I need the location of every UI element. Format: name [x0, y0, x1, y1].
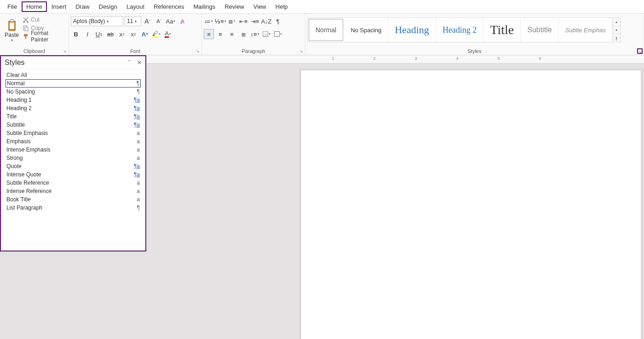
tab-mailings[interactable]: Mailings: [189, 1, 220, 12]
pane-options-button[interactable]: ˅: [128, 59, 131, 66]
shrink-font-button[interactable]: A˅: [154, 16, 164, 26]
change-case-button[interactable]: Aa▾: [166, 16, 176, 26]
increase-indent-button[interactable]: ⇥≡: [250, 16, 260, 26]
tab-draw[interactable]: Draw: [71, 1, 94, 12]
style-name-label: Subtle Emphasis: [6, 130, 48, 136]
svg-point-3: [23, 21, 25, 23]
paragraph-mark-icon: ¶: [132, 88, 140, 95]
highlight-button[interactable]: 🖊▾: [151, 29, 161, 39]
font-launcher[interactable]: ↘: [195, 48, 201, 54]
align-left-button[interactable]: ≡: [204, 29, 214, 39]
style-swatch-subtitle[interactable]: Subtitle: [521, 18, 558, 42]
style-row-subtitle[interactable]: Subtitle¶a: [6, 121, 141, 129]
style-name-label: Emphasis: [6, 138, 31, 145]
style-swatch-normal[interactable]: Normal: [309, 19, 343, 41]
paragraph-mark-icon: a: [132, 155, 140, 161]
style-row-strong[interactable]: Stronga: [6, 154, 141, 162]
multilevel-button[interactable]: ≣▾: [227, 16, 237, 26]
subscript-button[interactable]: x2: [117, 29, 127, 39]
style-swatch-subtle-emphasis[interactable]: Subtle Emphas: [559, 18, 613, 42]
bullets-button[interactable]: ≔▾: [204, 16, 214, 26]
style-name-label: List Paragraph: [6, 205, 42, 211]
gallery-more-button[interactable]: ▾̲: [613, 34, 620, 42]
tab-help[interactable]: Help: [271, 1, 293, 12]
tab-review[interactable]: Review: [220, 1, 249, 12]
style-name-label: Intense Reference: [6, 188, 52, 194]
grow-font-button[interactable]: A˄: [143, 16, 153, 26]
ribbon: Paste ▾ Cut Copy Format Painter Clipboar…: [0, 14, 644, 55]
sort-button[interactable]: A↓Z: [261, 16, 271, 26]
paragraph-mark-icon: ¶: [132, 205, 140, 211]
svg-rect-2: [10, 23, 14, 29]
style-swatch-heading-2[interactable]: Heading 2: [436, 18, 483, 42]
tab-layout[interactable]: Layout: [122, 1, 149, 12]
style-row-book-title[interactable]: Book Titlea: [6, 195, 141, 204]
style-row-intense-emphasis[interactable]: Intense Emphasisa: [6, 146, 141, 154]
tab-references[interactable]: References: [149, 1, 189, 12]
style-row-normal[interactable]: Normal¶: [6, 79, 141, 88]
style-row-no-spacing[interactable]: No Spacing¶: [6, 88, 141, 96]
show-marks-button[interactable]: ¶: [273, 16, 283, 26]
tab-file[interactable]: File: [3, 1, 22, 12]
tab-home[interactable]: Home: [22, 1, 47, 12]
pane-close-button[interactable]: ✕: [137, 59, 142, 66]
bold-button[interactable]: B: [71, 29, 81, 39]
font-name-combo[interactable]: Aptos (Body)▾: [71, 16, 123, 26]
clipboard-icon: [6, 19, 17, 32]
gallery-up-button[interactable]: ▴: [613, 18, 620, 26]
align-right-button[interactable]: ≡: [227, 29, 237, 39]
cut-button[interactable]: Cut: [22, 16, 67, 24]
format-painter-button[interactable]: Format Painter: [22, 32, 67, 41]
strike-button[interactable]: ab: [105, 29, 115, 39]
paragraph-launcher[interactable]: ↘: [299, 48, 304, 54]
document-page[interactable]: [301, 70, 641, 339]
align-center-button[interactable]: ≡: [215, 29, 225, 39]
svg-point-4: [27, 21, 29, 23]
paste-label: Paste: [5, 32, 19, 38]
superscript-button[interactable]: x2: [128, 29, 138, 39]
style-row-title[interactable]: Title¶a: [6, 112, 141, 121]
style-name-label: Heading 1: [6, 97, 32, 103]
text-effects-button[interactable]: A▾: [140, 29, 150, 39]
clear-all-button[interactable]: Clear All: [6, 71, 141, 79]
tab-design[interactable]: Design: [94, 1, 122, 12]
shading-button[interactable]: ▾: [261, 29, 271, 39]
paragraph-mark-icon: ¶a: [132, 171, 140, 178]
style-swatch-heading-1[interactable]: Heading: [388, 18, 436, 42]
style-row-heading-1[interactable]: Heading 1¶a: [6, 96, 141, 104]
clear-formatting-button[interactable]: A̷: [177, 16, 187, 26]
line-spacing-button[interactable]: ↕≡▾: [250, 29, 260, 39]
style-row-heading-2[interactable]: Heading 2¶a: [6, 104, 141, 112]
decrease-indent-button[interactable]: ⇤≡: [238, 16, 248, 26]
style-name-label: Title: [6, 113, 17, 120]
numbering-button[interactable]: ⅓≡▾: [215, 16, 225, 26]
font-group-label: Font: [69, 48, 201, 54]
style-row-emphasis[interactable]: Emphasisa: [6, 137, 141, 146]
tab-view[interactable]: View: [249, 1, 271, 12]
workspace: Styles ˅ ✕ Clear All Normal¶No Spacing¶H…: [0, 55, 644, 339]
italic-button[interactable]: I: [82, 29, 92, 39]
font-color-button[interactable]: A▾: [163, 29, 173, 39]
style-row-list-paragraph[interactable]: List Paragraph¶: [6, 204, 141, 212]
tab-insert[interactable]: Insert: [47, 1, 71, 12]
horizontal-ruler[interactable]: 123456: [146, 55, 644, 64]
paragraph-mark-icon: ¶a: [132, 113, 140, 120]
paste-button[interactable]: Paste ▾: [2, 16, 22, 45]
style-row-quote[interactable]: Quote¶a: [6, 162, 141, 170]
style-swatch-title[interactable]: Title: [483, 18, 521, 42]
justify-button[interactable]: ≣: [238, 29, 248, 39]
style-row-subtle-reference[interactable]: Subtle Referencea: [6, 179, 141, 187]
font-size-combo[interactable]: 11▾: [125, 16, 141, 26]
styles-launcher[interactable]: ↘: [637, 48, 643, 54]
clipboard-launcher[interactable]: ↘: [62, 48, 68, 54]
style-row-intense-quote[interactable]: Intense Quote¶a: [6, 170, 141, 179]
styles-pane-body: Clear All Normal¶No Spacing¶Heading 1¶aH…: [1, 69, 145, 216]
style-row-intense-reference[interactable]: Intense Referencea: [6, 187, 141, 195]
style-row-subtle-emphasis[interactable]: Subtle Emphasisa: [6, 129, 141, 137]
underline-button[interactable]: U▾: [94, 29, 104, 39]
borders-button[interactable]: ▾: [273, 29, 283, 39]
gallery-down-button[interactable]: ▾: [613, 26, 620, 35]
style-name-label: Book Title: [6, 196, 31, 203]
style-swatch-no-spacing[interactable]: No Spacing: [344, 18, 388, 42]
style-name-label: Subtle Reference: [6, 180, 49, 186]
